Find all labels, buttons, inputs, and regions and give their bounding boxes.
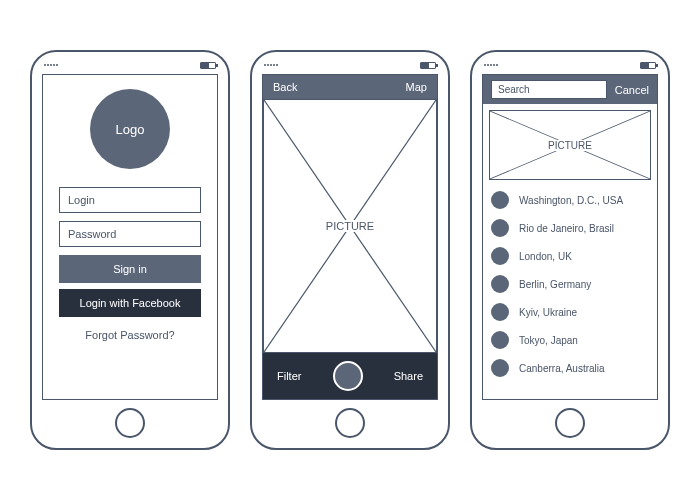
facebook-login-button[interactable]: Login with Facebook xyxy=(59,289,201,317)
screen-login: Logo Login Password Sign in Login with F… xyxy=(42,74,218,400)
list-item-label: Berlin, Germany xyxy=(519,279,591,290)
back-button[interactable]: Back xyxy=(273,81,297,93)
search-input[interactable]: Search xyxy=(491,80,607,99)
list-item[interactable]: Rio de Janeiro, Brasil xyxy=(491,214,649,242)
signal-dots-icon xyxy=(44,64,58,66)
avatar-icon xyxy=(491,247,509,265)
avatar-icon xyxy=(491,331,509,349)
list-item[interactable]: Canberra, Australia xyxy=(491,354,649,382)
avatar-icon xyxy=(491,303,509,321)
battery-icon xyxy=(420,62,436,69)
search-bar: Search Cancel xyxy=(483,75,657,104)
map-button[interactable]: Map xyxy=(406,81,427,93)
login-input[interactable]: Login xyxy=(59,187,201,213)
list-item-label: Rio de Janeiro, Brasil xyxy=(519,223,614,234)
status-bar xyxy=(262,60,438,70)
list-item[interactable]: Tokyo, Japan xyxy=(491,326,649,354)
filter-button[interactable]: Filter xyxy=(277,370,301,382)
phone-search: Search Cancel PICTURE Washington, D.C., … xyxy=(470,50,670,450)
battery-icon xyxy=(640,62,656,69)
list-item[interactable]: Berlin, Germany xyxy=(491,270,649,298)
picture-label: PICTURE xyxy=(322,220,378,232)
top-navbar: Back Map xyxy=(263,75,437,99)
screen-search: Search Cancel PICTURE Washington, D.C., … xyxy=(482,74,658,400)
list-item[interactable]: London, UK xyxy=(491,242,649,270)
battery-icon xyxy=(200,62,216,69)
app-logo: Logo xyxy=(90,89,170,169)
list-item-label: Kyiv, Ukraine xyxy=(519,307,577,318)
list-item[interactable]: Kyiv, Ukraine xyxy=(491,298,649,326)
avatar-icon xyxy=(491,359,509,377)
list-item-label: Washington, D.C., USA xyxy=(519,195,623,206)
phone-login: Logo Login Password Sign in Login with F… xyxy=(30,50,230,450)
avatar-icon xyxy=(491,191,509,209)
shutter-button[interactable] xyxy=(333,361,363,391)
results-list: Washington, D.C., USA Rio de Janeiro, Br… xyxy=(483,186,657,382)
list-item-label: Tokyo, Japan xyxy=(519,335,578,346)
list-item-label: London, UK xyxy=(519,251,572,262)
list-item-label: Canberra, Australia xyxy=(519,363,605,374)
avatar-icon xyxy=(491,275,509,293)
forgot-password-link[interactable]: Forgot Password? xyxy=(85,329,174,341)
home-button[interactable] xyxy=(115,408,145,438)
status-bar xyxy=(482,60,658,70)
screen-picture: Back Map PICTURE Filter Share xyxy=(262,74,438,400)
avatar-icon xyxy=(491,219,509,237)
password-input[interactable]: Password xyxy=(59,221,201,247)
list-item[interactable]: Washington, D.C., USA xyxy=(491,186,649,214)
picture-placeholder-small: PICTURE xyxy=(489,110,651,180)
signal-dots-icon xyxy=(264,64,278,66)
signin-button[interactable]: Sign in xyxy=(59,255,201,283)
status-bar xyxy=(42,60,218,70)
share-button[interactable]: Share xyxy=(394,370,423,382)
signal-dots-icon xyxy=(484,64,498,66)
bottom-toolbar: Filter Share xyxy=(263,353,437,399)
picture-placeholder: PICTURE xyxy=(263,99,437,353)
phone-picture: Back Map PICTURE Filter Share xyxy=(250,50,450,450)
picture-label: PICTURE xyxy=(544,140,596,151)
home-button[interactable] xyxy=(555,408,585,438)
cancel-button[interactable]: Cancel xyxy=(615,84,649,96)
home-button[interactable] xyxy=(335,408,365,438)
